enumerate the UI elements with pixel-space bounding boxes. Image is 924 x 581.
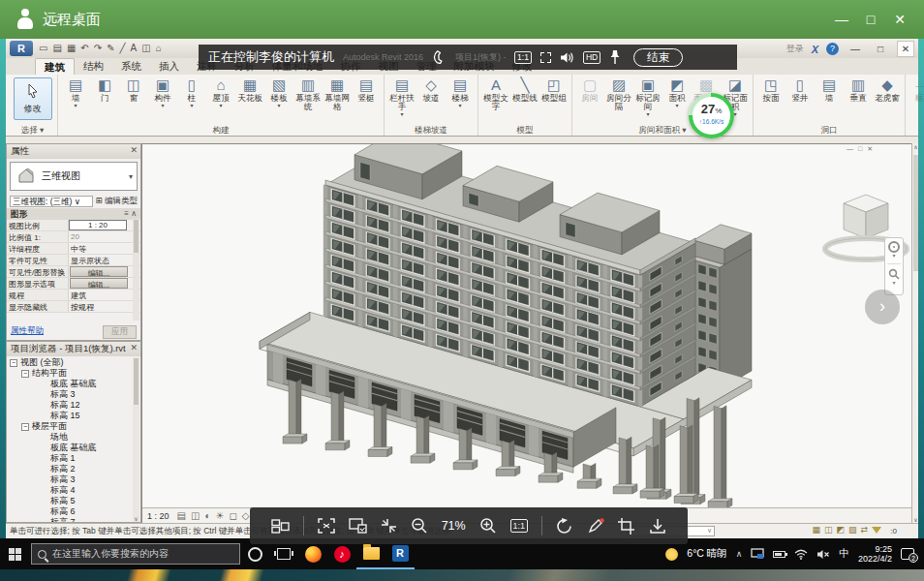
rotate-icon[interactable] [556,518,573,535]
scale-button[interactable]: 1 : 20 [147,511,169,521]
expand-icon[interactable] [40,444,47,452]
ribbon-tool[interactable]: ◆ 老虎窗 [873,76,902,125]
qat-icon[interactable]: ▤ [52,41,61,56]
expand-icon[interactable] [40,434,47,442]
group-label-select[interactable]: 选择 ▾ [8,124,57,136]
end-session-button[interactable]: 结束 [633,48,683,67]
weather-text[interactable]: 6°C 晴朗 [687,547,727,561]
ribbon-tool[interactable]: ▤ 墙 ▾ [61,76,90,125]
ribbon-tool[interactable]: ╲ 模型线 [510,76,539,125]
revit-minimize-button[interactable]: — [847,42,864,56]
signin-label[interactable]: 登录 [786,43,804,55]
start-button[interactable] [0,538,29,569]
exclude-options-icon[interactable]: ◩ [836,525,845,535]
audio-icon[interactable] [560,51,574,64]
model-canvas[interactable]: — □ ✕ ▾ ▾ › [141,143,911,523]
property-row[interactable]: 零件可见性 显示原状态 [7,255,140,266]
view-restore-icon[interactable]: □ [858,145,862,153]
ribbon-tool[interactable]: ◰ 模型组 [539,76,569,125]
exchange-icon[interactable]: X [812,44,818,55]
zoom-icon[interactable] [888,268,900,280]
tree-item[interactable]: − 楼层平面 [7,421,140,432]
ribbon-tool[interactable]: ▨ 房间分隔 [604,76,633,125]
pin-icon[interactable] [609,49,621,65]
revit-app-button[interactable]: R [10,41,33,56]
properties-help-link[interactable]: 属性帮助 [11,325,44,335]
screenshot-icon[interactable] [349,518,367,534]
view-close-icon[interactable]: ✕ [867,145,873,153]
ribbon-tool[interactable]: ▦ 幕墙网格 [323,76,352,125]
view-type-dropdown[interactable]: 三维视图: (三维) ∨ [10,196,93,207]
ribbon-tool[interactable]: ◫ 窗 [119,76,148,125]
select-links-icon[interactable]: ⇄ [860,525,868,535]
ime-indicator[interactable]: 中 [839,547,849,561]
tree-item[interactable]: 标高 15 [7,411,140,421]
ribbon-tab[interactable]: 系统 [112,58,150,75]
weather-sun-icon[interactable] [665,548,678,561]
qat-icon[interactable]: ▭ [39,41,47,56]
type-selector[interactable]: 三维视图 ▾ [10,162,138,191]
hd-button[interactable]: HD [583,51,601,64]
expand-icon[interactable] [40,402,47,410]
section-graphics[interactable]: 图形≡ ∧ [7,208,140,220]
actual-pixels-button[interactable]: 1:1 [510,519,529,533]
property-row[interactable]: 规程 建筑 [7,290,140,301]
notification-icon[interactable]: 2 [901,548,914,560]
qat-icon[interactable]: ◫ [141,41,150,56]
qat-icon[interactable]: ✎ [107,41,114,56]
hide-elements-icon[interactable]: ◇ [242,510,250,521]
qat-icon[interactable]: A [131,41,138,56]
ribbon-tab[interactable]: 结构 [75,58,112,75]
tree-item[interactable]: − 视图 (全部) [7,357,140,368]
ribbon-tool[interactable]: — 标高 [909,76,924,125]
ribbon-tool[interactable]: ▤ 栏杆扶手 ▾ [387,76,416,125]
ribbon-tool[interactable]: ▯ 竖井 [785,76,815,125]
ribbon-tool[interactable]: ▥ 幕墙系统 [293,76,323,125]
property-row[interactable]: 显示隐藏线 按规程 [7,301,140,313]
ribbon-tab[interactable]: 插入 [150,58,188,75]
ribbon-tool[interactable]: ◩ 面积 ▾ [662,76,692,125]
crop-view-icon[interactable]: ◻ [229,510,236,521]
expand-icon[interactable] [40,476,47,484]
expand-icon[interactable]: − [21,370,29,378]
help-icon[interactable]: ? [826,43,839,55]
qat-icon[interactable]: ▦ [67,41,76,56]
worksets-icon[interactable]: ▦ [812,525,820,535]
clock[interactable]: 9:252022/4/2 [858,544,892,564]
ribbon-tab[interactable]: 建筑 [35,58,75,75]
phone-icon[interactable] [432,50,447,64]
property-row[interactable]: 比例值 1: 20 [7,231,140,243]
window-layout-icon[interactable] [271,519,290,534]
ribbon-tool[interactable]: ▧ 楼板 ▾ [264,76,293,125]
property-row[interactable]: 详细程度 中等 [7,243,140,255]
ribbon-tool[interactable]: ▥ 垂直 [844,76,873,125]
revit-restore-button[interactable]: □ [872,42,889,56]
ribbon-tool[interactable]: ▤ 墙 [815,76,844,125]
property-row[interactable]: 视图比例 1 : 20 [7,220,140,231]
expand-icon[interactable] [40,466,47,474]
navigation-bar[interactable]: ▾ ▾ [884,237,904,295]
expand-icon[interactable] [40,455,47,463]
battery-icon[interactable] [773,551,785,558]
zoom-in-icon[interactable] [479,517,497,535]
crop-icon[interactable] [618,518,635,535]
display-cast-icon[interactable] [751,548,764,560]
press-drag-icon[interactable]: ▨ [848,525,857,535]
volume-muted-icon[interactable] [816,549,830,560]
download-icon[interactable] [649,518,666,535]
next-page-button[interactable]: › [865,290,900,324]
sun-path-icon[interactable]: ☀ [215,510,224,521]
close-icon[interactable]: ✕ [130,343,138,352]
ribbon-tool[interactable]: ◳ 按面 [756,76,785,125]
close-button[interactable]: ✕ [889,10,910,29]
ribbon-tool[interactable]: ▣ 构件 ▾ [148,76,177,125]
ribbon-tool[interactable]: ▦ 天花板 [235,76,264,125]
browser-scrollbar[interactable]: ∨ [133,357,139,522]
expand-icon[interactable] [40,508,47,516]
taskbar-search-input[interactable]: 在这里输入你要搜索的内容 [31,543,240,565]
ribbon-tool[interactable]: ▣ 标记房间 ▾ [633,76,662,125]
network-monitor-widget[interactable]: 27% ↑16.6K/s [689,93,734,138]
design-options-icon[interactable]: ◫ [824,525,833,535]
filter-icon[interactable] [872,527,881,534]
ribbon-tool[interactable]: A 模型文字 [481,76,510,125]
